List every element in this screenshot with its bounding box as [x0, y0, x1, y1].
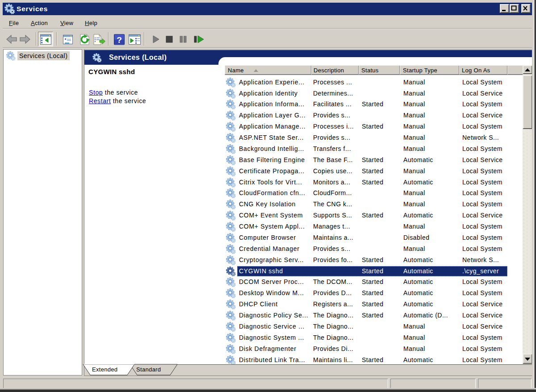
svg-text:?: ?: [117, 35, 122, 45]
